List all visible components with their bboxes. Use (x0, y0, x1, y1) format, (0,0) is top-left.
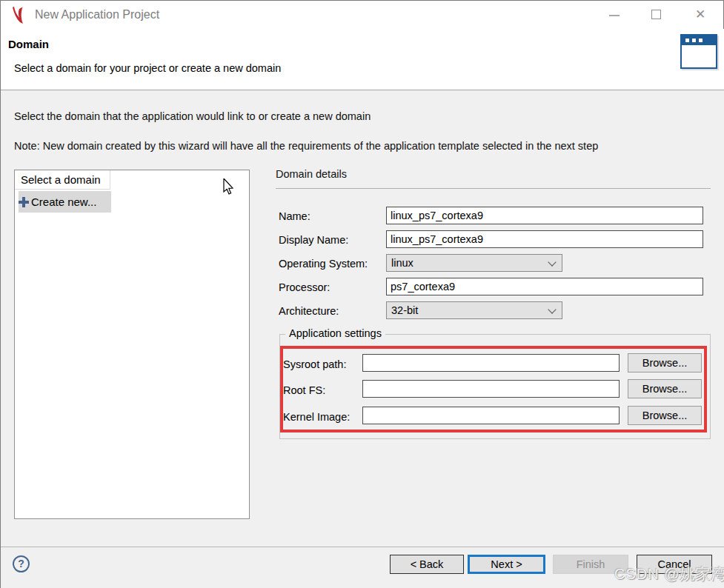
kernel-image-label: Kernel Image: (283, 411, 350, 423)
operating-system-value: linux (391, 257, 414, 269)
root-fs-input[interactable] (362, 380, 620, 398)
window-title: New Application Project (35, 1, 159, 29)
xilinx-logo-icon (11, 6, 29, 25)
processor-label: Processor: (279, 281, 330, 293)
application-settings-group: Application settings Sysroot path: Brows… (279, 334, 711, 439)
sysroot-path-input[interactable] (362, 354, 620, 372)
back-button[interactable]: < Back (390, 555, 464, 574)
sysroot-path-label: Sysroot path: (283, 358, 346, 370)
domain-list-panel: Select a domain Create new... (14, 170, 250, 519)
page-title: Domain (8, 38, 49, 50)
wizard-content: Select the domain that the application w… (1, 90, 724, 547)
wizard-header: Domain Select a domain for your project … (1, 29, 724, 90)
minimize-icon[interactable] (598, 1, 631, 29)
next-button[interactable]: Next > (468, 555, 545, 574)
title-bar: New Application Project ✕ (1, 1, 723, 29)
sysroot-browse-button[interactable]: Browse... (628, 353, 702, 372)
chevron-down-icon (548, 305, 556, 313)
page-subtitle: Select a domain for your project or crea… (14, 62, 281, 74)
operating-system-select[interactable]: linux (386, 254, 562, 272)
wizard-footer: ? < Back Next > Finish Cancel (1, 547, 724, 588)
list-item-label: Create new... (31, 196, 96, 208)
architecture-value: 32-bit (391, 304, 418, 316)
intro-text: Select the domain that the application w… (14, 110, 371, 122)
new-application-project-dialog: New Application Project ✕ Domain Select … (0, 0, 724, 588)
domain-details-title: Domain details (276, 168, 347, 180)
domain-list-header: Select a domain (15, 170, 110, 190)
cancel-button[interactable]: Cancel (637, 555, 712, 574)
note-text: Note: New domain created by this wizard … (14, 140, 598, 152)
plus-icon (19, 197, 29, 207)
architecture-label: Architecture: (279, 305, 339, 317)
maximize-icon[interactable] (640, 1, 672, 29)
close-icon[interactable]: ✕ (684, 1, 717, 29)
application-settings-legend: Application settings (285, 327, 385, 339)
display-name-input[interactable] (386, 230, 703, 248)
list-item-create-new[interactable]: Create new... (19, 191, 111, 213)
kernel-image-browse-button[interactable]: Browse... (628, 406, 702, 425)
mouse-cursor (223, 178, 235, 196)
kernel-image-input[interactable] (362, 407, 620, 424)
operating-system-label: Operating System: (279, 258, 368, 270)
display-name-label: Display Name: (279, 234, 348, 246)
help-button[interactable]: ? (13, 555, 30, 572)
architecture-select[interactable]: 32-bit (386, 301, 562, 319)
details-separator (276, 188, 711, 189)
chevron-down-icon (548, 258, 556, 266)
name-input[interactable] (386, 207, 703, 224)
root-fs-label: Root FS: (283, 384, 325, 396)
wizard-window-icon (680, 34, 717, 69)
name-label: Name: (279, 210, 310, 222)
processor-input[interactable] (386, 278, 703, 295)
root-fs-browse-button[interactable]: Browse... (628, 379, 702, 398)
finish-button: Finish (553, 555, 628, 574)
